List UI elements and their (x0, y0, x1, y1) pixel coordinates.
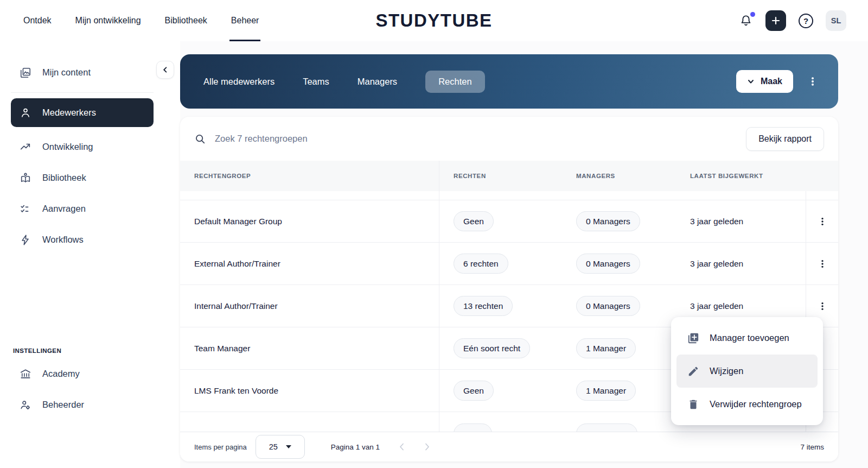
nav-item-bibliotheek[interactable]: Bibliotheek (165, 0, 207, 41)
menu-item-label: Manager toevoegen (710, 333, 789, 343)
sidebar-item-workflows[interactable]: Workflows (0, 225, 180, 254)
managers-badge: 1 Manager (576, 381, 636, 401)
tab-teams[interactable]: Teams (303, 77, 329, 87)
trending-up-icon (20, 141, 31, 153)
menu-item-label: Wijzigen (710, 366, 743, 376)
items-per-page-select[interactable]: 25 (256, 435, 305, 459)
academy-bank-icon (20, 368, 31, 380)
rechten-badge (454, 423, 492, 432)
trash-icon (687, 399, 699, 410)
sidebar-item-beheerder[interactable]: Beheerder (0, 390, 180, 419)
main-nav: Ontdek Mijn ontwikkeling Bibliotheek Beh… (23, 0, 259, 41)
sidebar-collapse-button[interactable] (156, 61, 174, 79)
table-row[interactable]: External Author/Trainer 6 rechten 0 Mana… (180, 243, 838, 285)
rechten-badge: 13 rechten (454, 296, 513, 316)
items-per-page-value: 25 (269, 442, 278, 451)
items-per-page-label: Items per pagina (194, 443, 247, 451)
pagination-bar: Items per pagina 25 Pagina 1 van 1 7 ite… (180, 432, 838, 461)
menu-item-verwijder-rechtengroep[interactable]: Verwijder rechtengroep (671, 388, 823, 421)
table-header-row: RECHTENGROEP RECHTEN MANAGERS LAATST BIJ… (180, 161, 838, 191)
row-kebab-menu-icon[interactable] (815, 256, 830, 271)
sidebar-item-bibliotheek[interactable]: Bibliotheek (0, 163, 180, 192)
row-context-menu: Manager toevoegen Wijzigen Verwijder rec… (671, 317, 823, 425)
admin-person-gear-icon (20, 399, 31, 411)
create-maak-button[interactable]: Maak (736, 70, 793, 93)
sidebar-item-label: Beheerder (42, 400, 84, 410)
add-manager-icon (687, 332, 699, 344)
pencil-icon (687, 365, 699, 377)
sidebar-item-label: Aanvragen (42, 204, 86, 214)
table-toolbar: Bekijk rapport (180, 117, 838, 161)
maak-button-label: Maak (761, 77, 782, 86)
search-input[interactable] (214, 133, 746, 144)
tab-rechten[interactable]: Rechten (425, 71, 484, 93)
sidebar-divider (11, 92, 154, 93)
sidebar-item-medewerkers[interactable]: Medewerkers (11, 98, 154, 127)
sidebar-item-mijn-content[interactable]: Mijn content (0, 58, 180, 87)
managers-badge: 0 Managers (576, 296, 640, 316)
avatar[interactable]: SL (826, 10, 846, 31)
notification-dot (750, 12, 755, 17)
sidebar-item-label: Bibliotheek (42, 173, 86, 183)
rechten-badge: Geen (454, 211, 494, 231)
column-header-rechten[interactable]: RECHTEN (439, 161, 562, 191)
cell-rechtengroep: Team Manager (180, 327, 439, 369)
cell-laatst-bijgewerkt: 3 jaar geleden (676, 200, 806, 242)
table-row[interactable]: Default Manager Group Geen 0 Managers 3 … (180, 200, 838, 243)
tab-alle-medewerkers[interactable]: Alle medewerkers (203, 77, 275, 87)
row-kebab-menu-icon[interactable] (815, 299, 830, 314)
sidebar-item-label: Academy (42, 369, 80, 379)
nav-item-mijn-ontwikkeling[interactable]: Mijn ontwikkeling (75, 0, 141, 41)
cell-laatst-bijgewerkt: 3 jaar geleden (676, 243, 806, 284)
menu-item-manager-toevoegen[interactable]: Manager toevoegen (671, 321, 823, 355)
section-header-card: Alle medewerkers Teams Managers Rechten … (180, 54, 838, 109)
column-header-laatst-bijgewerkt[interactable]: LAATST BIJGEWERKT (676, 161, 806, 191)
topbar-actions: ? SL (739, 10, 846, 31)
managers-badge (576, 423, 637, 432)
library-icon (20, 172, 31, 184)
next-page-icon[interactable] (422, 442, 432, 452)
studytube-logo: STUDYTUBE (375, 10, 492, 31)
sidebar-item-academy[interactable]: Academy (0, 359, 180, 388)
rechten-badge: 6 rechten (454, 254, 508, 274)
previous-page-icon[interactable] (397, 442, 407, 452)
sidebar-item-label: Workflows (42, 235, 84, 245)
notifications-bell-icon[interactable] (739, 14, 753, 28)
cell-rechtengroep (180, 412, 439, 432)
section-tabs: Alle medewerkers Teams Managers Rechten (180, 71, 485, 93)
create-plus-button[interactable] (765, 10, 786, 31)
column-header-rechtengroep[interactable]: RECHTENGROEP (180, 161, 439, 191)
sidebar-item-aanvragen[interactable]: Aanvragen (0, 194, 180, 223)
managers-badge: 0 Managers (576, 211, 640, 231)
page-indicator: Pagina 1 van 1 (331, 443, 380, 451)
rechten-badge: Geen (454, 381, 494, 401)
header-kebab-menu-icon[interactable] (808, 77, 818, 86)
settings-section-label: INSTELLINGEN (13, 347, 180, 354)
help-icon[interactable]: ? (799, 14, 813, 28)
sidebar-item-label: Ontwikkeling (42, 142, 93, 152)
column-header-managers[interactable]: MANAGERS (562, 161, 676, 191)
menu-item-wijzigen[interactable]: Wijzigen (676, 355, 818, 388)
cell-rechtengroep: External Author/Trainer (180, 243, 439, 284)
topbar: Ontdek Mijn ontwikkeling Bibliotheek Beh… (0, 0, 868, 41)
content-icon (20, 67, 31, 79)
view-report-button[interactable]: Bekijk rapport (746, 127, 824, 151)
nav-item-beheer[interactable]: Beheer (231, 0, 259, 41)
sidebar: Mijn content Medewerkers Ontwikkeling (0, 41, 180, 468)
managers-badge: 0 Managers (576, 254, 640, 274)
cell-rechtengroep: Internal Author/Trainer (180, 285, 439, 327)
tab-managers[interactable]: Managers (358, 77, 397, 87)
chevron-down-icon (747, 78, 755, 85)
sidebar-item-label: Medewerkers (42, 107, 96, 118)
managers-badge: 1 Manager (576, 338, 636, 358)
row-kebab-menu-icon[interactable] (815, 214, 830, 229)
column-header-actions (806, 161, 838, 191)
partial-scrolled-row (180, 191, 838, 200)
sidebar-item-label: Mijn content (42, 67, 91, 78)
checklist-icon (20, 203, 31, 215)
total-items-label: 7 items (800, 443, 824, 451)
nav-item-ontdek[interactable]: Ontdek (23, 0, 52, 41)
caret-down-icon (286, 445, 291, 448)
cell-rechtengroep: Default Manager Group (180, 200, 439, 242)
sidebar-item-ontwikkeling[interactable]: Ontwikkeling (0, 132, 180, 161)
